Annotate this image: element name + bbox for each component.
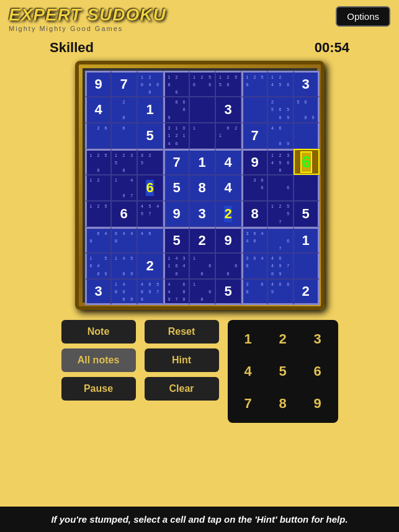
numpad-6[interactable]: 6: [302, 357, 333, 386]
cell-5-5[interactable]: 2: [215, 201, 241, 227]
cell-2-4[interactable]: 1: [189, 123, 215, 149]
cell-8-1[interactable]: 148989: [111, 279, 137, 305]
cell-8-5[interactable]: 5: [215, 279, 241, 305]
numpad-7[interactable]: 7: [233, 389, 264, 418]
hint-button[interactable]: Hint: [145, 348, 219, 372]
cell-2-0[interactable]: 26: [85, 123, 111, 149]
cell-8-4[interactable]: 168: [189, 279, 215, 305]
clear-button[interactable]: Clear: [145, 377, 219, 401]
cell-4-7[interactable]: 6: [267, 175, 294, 201]
cell-3-1[interactable]: 12358: [111, 149, 137, 175]
all-notes-button[interactable]: All notes: [61, 348, 136, 372]
cell-3-7[interactable]: 1234568: [267, 149, 294, 175]
cell-2-3[interactable]: 31012146: [163, 123, 189, 149]
cell-5-0[interactable]: 125: [85, 201, 111, 227]
cell-6-0[interactable]: 648: [85, 227, 111, 253]
hint-text: If you're stumped, select a cell and tap…: [51, 514, 347, 525]
cell-2-5[interactable]: 621: [215, 123, 241, 149]
cell-4-1[interactable]: 1497: [111, 175, 137, 201]
cell-8-6[interactable]: 368: [241, 279, 267, 305]
cell-6-7[interactable]: 67: [267, 227, 294, 253]
cell-6-8[interactable]: 1: [294, 227, 320, 253]
cell-8-7[interactable]: 4689: [267, 279, 294, 305]
cell-7-8[interactable]: [294, 253, 320, 279]
reset-button[interactable]: Reset: [145, 320, 219, 344]
cell-3-4[interactable]: 1: [189, 149, 215, 175]
cell-2-2[interactable]: 5: [137, 123, 163, 149]
cell-8-2[interactable]: 4658978: [137, 279, 163, 305]
cell-4-6[interactable]: 366: [241, 175, 267, 201]
pause-button[interactable]: Pause: [61, 377, 136, 401]
cell-1-1[interactable]: 28: [111, 97, 137, 123]
cell-8-3[interactable]: 4648978: [163, 279, 189, 305]
cell-1-3[interactable]: 8689: [163, 97, 189, 123]
cell-1-2[interactable]: 1: [137, 97, 163, 123]
numpad-3[interactable]: 3: [302, 325, 333, 353]
numpad-9[interactable]: 9: [302, 389, 333, 418]
cell-4-4[interactable]: 8: [189, 175, 215, 201]
cell-5-6[interactable]: 8: [241, 201, 267, 227]
cell-0-1[interactable]: 7: [111, 71, 137, 97]
cell-0-7[interactable]: 12456: [267, 71, 294, 97]
controls-area: Note All notes Pause Reset Hint Clear 12…: [0, 316, 399, 427]
cell-7-2[interactable]: 2: [137, 253, 163, 279]
numpad-5[interactable]: 5: [267, 357, 298, 386]
cell-1-5[interactable]: 3: [215, 97, 241, 123]
cell-5-1[interactable]: 6: [111, 201, 137, 227]
cell-4-8[interactable]: [294, 175, 320, 201]
cell-7-1[interactable]: 14589: [111, 253, 137, 279]
cell-7-5[interactable]: 68: [215, 253, 241, 279]
cell-2-6[interactable]: 7: [241, 123, 267, 149]
difficulty-label: Skilled: [50, 40, 94, 56]
cell-1-6[interactable]: [241, 97, 267, 123]
cell-8-0[interactable]: 3: [85, 279, 111, 305]
cell-0-4[interactable]: 12566: [189, 71, 215, 97]
cell-7-0[interactable]: 156489: [85, 253, 111, 279]
numpad-1[interactable]: 1: [233, 325, 264, 353]
cell-2-1[interactable]: 6: [111, 123, 137, 149]
cell-5-2[interactable]: 45457: [137, 201, 163, 227]
cell-3-5[interactable]: 4: [215, 149, 241, 175]
cell-4-0[interactable]: 12: [85, 175, 111, 201]
cell-0-5[interactable]: 12556: [215, 71, 241, 97]
cell-8-8[interactable]: 2: [294, 279, 320, 305]
cell-6-5[interactable]: 9: [215, 227, 241, 253]
numpad-2[interactable]: 2: [267, 325, 298, 353]
cell-1-8[interactable]: 5689: [294, 97, 320, 123]
cell-0-3[interactable]: 1288: [163, 71, 189, 97]
cell-1-0[interactable]: 4: [85, 97, 111, 123]
cell-6-6[interactable]: 36446: [241, 227, 267, 253]
cell-6-2[interactable]: 46: [137, 227, 163, 253]
cell-6-4[interactable]: 2: [189, 227, 215, 253]
cell-3-3[interactable]: 7: [163, 149, 189, 175]
cell-5-8[interactable]: 5: [294, 201, 320, 227]
cell-5-4[interactable]: 3: [189, 201, 215, 227]
cell-3-8[interactable]: 6: [294, 149, 320, 175]
cell-5-3[interactable]: 9: [163, 201, 189, 227]
cell-0-0[interactable]: 9: [85, 71, 111, 97]
numpad-8[interactable]: 8: [267, 389, 298, 418]
cell-3-2[interactable]: 325: [137, 149, 163, 175]
cell-4-3[interactable]: 5: [163, 175, 189, 201]
cell-4-5[interactable]: 4: [215, 175, 241, 201]
cell-2-7[interactable]: 4689: [267, 123, 294, 149]
cell-6-1[interactable]: 6448: [111, 227, 137, 253]
cell-1-7[interactable]: 256589: [267, 97, 294, 123]
numpad-4[interactable]: 4: [233, 357, 264, 386]
cell-3-6[interactable]: 9: [241, 149, 267, 175]
cell-0-6[interactable]: 1256: [241, 71, 267, 97]
cell-7-6[interactable]: 3648: [241, 253, 267, 279]
cell-6-3[interactable]: 5: [163, 227, 189, 253]
cell-0-2[interactable]: 126468: [137, 71, 163, 97]
cell-2-8[interactable]: [294, 123, 320, 149]
note-button[interactable]: Note: [61, 320, 136, 344]
cell-3-0[interactable]: 1258: [85, 149, 111, 175]
cell-7-7[interactable]: 4649789: [267, 253, 294, 279]
cell-0-8[interactable]: 3: [294, 71, 320, 97]
cell-5-7[interactable]: 12557: [267, 201, 294, 227]
cell-4-2[interactable]: 6: [137, 175, 163, 201]
cell-7-3[interactable]: 1431648: [163, 253, 189, 279]
cell-1-4[interactable]: [189, 97, 215, 123]
cell-7-4[interactable]: 168: [189, 253, 215, 279]
options-button[interactable]: Options: [336, 6, 390, 27]
